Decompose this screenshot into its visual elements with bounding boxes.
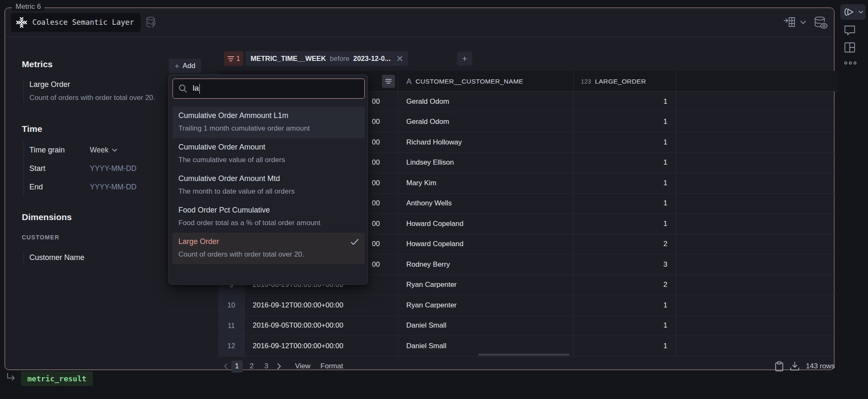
cell-large-order: 1: [573, 132, 667, 152]
metric-option[interactable]: Food Order Pct CumulativeFood order tota…: [173, 201, 365, 233]
metric-item-large-order[interactable]: Large Order Count of orders with order t…: [24, 80, 166, 102]
cell-customer-name: Gerald Odom: [406, 112, 449, 132]
cell-large-order: 2: [573, 234, 667, 255]
cell-metric-time: 00: [372, 194, 380, 214]
cell-customer-name: Anthony Wells: [406, 194, 452, 214]
cell-customer-name: Howard Copeland: [406, 234, 463, 255]
option-title: Cumulative Order Amount: [178, 143, 359, 152]
table-row[interactable]: 102016-09-12T00:00:00+00:00Ryan Carpente…: [218, 295, 838, 316]
prev-page-icon[interactable]: [223, 363, 228, 370]
cell-metric-time: 2016-09-12T00:00:00+00:00: [253, 336, 343, 356]
copy-icon[interactable]: [775, 361, 784, 372]
page-button-1[interactable]: 1: [231, 360, 243, 373]
option-description: Count of orders with order total over 20…: [178, 250, 359, 259]
dimension-item-customer-name[interactable]: Customer Name: [24, 251, 149, 265]
option-description: Trailing 1 month cumulative order amount: [178, 124, 359, 133]
metric-option[interactable]: Cumulative Order Ammount L1mTrailing 1 m…: [173, 107, 365, 138]
page-button-2[interactable]: 2: [246, 360, 257, 373]
column-name: LARGE_ORDER: [595, 78, 646, 85]
column-name: CUSTOMER__CUSTOMER_NAME: [416, 78, 523, 85]
check-icon: [350, 239, 359, 245]
cell-customer-name: Rodney Berry: [406, 255, 450, 275]
filter-chip[interactable]: METRIC_TIME__WEEK before 2023-12-0...: [246, 51, 408, 66]
metric-option[interactable]: Cumulative Order AmountThe cumulative va…: [173, 138, 365, 170]
column-header-large-order[interactable]: 123 LARGE_ORDER: [581, 71, 646, 92]
return-arrow-icon: [6, 372, 17, 383]
dimension-group-label: CUSTOMER: [22, 234, 59, 241]
cell-large-order: 1: [573, 316, 667, 336]
metric-option[interactable]: Cumulative Order Amount MtdThe month to …: [173, 170, 365, 201]
view-menu-button[interactable]: View: [295, 362, 311, 370]
time-grain-select[interactable]: Week: [90, 146, 108, 155]
metric-description: Count of orders with order total over 20…: [29, 94, 166, 102]
remove-filter-icon[interactable]: [397, 55, 403, 62]
filter-count-badge[interactable]: 1: [224, 51, 243, 66]
cell-metric-time: 00: [372, 92, 380, 112]
download-icon[interactable]: [790, 361, 800, 371]
cell-customer-name: Lindsey Ellison: [406, 153, 454, 173]
format-menu-button[interactable]: Format: [321, 362, 343, 370]
cell-customer-name: Gerald Odom: [406, 92, 449, 112]
search-input[interactable]: la: [193, 84, 200, 93]
more-options-icon[interactable]: [844, 61, 859, 65]
text-caret: [199, 84, 200, 94]
option-title: Cumulative Order Amount Mtd: [178, 174, 359, 183]
layout-panels-icon[interactable]: [844, 42, 855, 53]
row-number: 12: [218, 336, 244, 356]
cell-large-order: 1: [573, 173, 667, 193]
string-type-icon: A: [406, 77, 412, 86]
filter-icon: [227, 56, 234, 62]
comment-icon[interactable]: [844, 25, 855, 36]
time-section-title: Time: [22, 124, 42, 134]
run-options-chevron-icon: [858, 10, 863, 14]
add-filter-button[interactable]: +: [457, 52, 472, 66]
chevron-down-icon[interactable]: [800, 20, 806, 24]
filter-value: 2023-12-0...: [353, 55, 390, 63]
search-icon: [178, 84, 188, 93]
cell-customer-name: Howard Copeland: [406, 214, 463, 234]
cell-customer-name: Richard Holloway: [406, 132, 462, 152]
column-filter-icon[interactable]: [382, 75, 395, 88]
cell-metric-time: 00: [372, 214, 380, 234]
column-header-customer-name[interactable]: A CUSTOMER__CUSTOMER_NAME: [406, 71, 523, 92]
cell-customer-name: Ryan Carpenter: [406, 295, 457, 315]
cell-large-order: 1: [573, 336, 667, 356]
output-variable: metric_result: [27, 374, 86, 383]
page-list: 123: [231, 360, 275, 373]
metrics-section-title: Metrics: [22, 59, 53, 69]
row-number: 11: [218, 316, 244, 336]
next-page-icon[interactable]: [277, 363, 282, 370]
source-label: Coalesce Semantic Layer: [32, 18, 134, 26]
output-variable-pill[interactable]: metric_result: [21, 371, 93, 386]
view-output-table-icon[interactable]: [783, 17, 796, 28]
notebook-cell: Metric 6 Coalesce Semantic Layer: [5, 8, 834, 370]
filter-count: 1: [236, 55, 240, 63]
end-date-input[interactable]: YYYY-MM-DD: [90, 183, 136, 192]
dimensions-section-title: Dimensions: [22, 212, 72, 222]
option-description: The cumulative value of all orders: [178, 156, 359, 164]
add-label: Add: [183, 62, 195, 70]
metric-search-box[interactable]: la: [173, 79, 365, 99]
cell-large-order: 1: [573, 112, 667, 132]
cell-customer-name: Daniel Small: [406, 316, 446, 336]
table-row[interactable]: 112016-09-05T00:00:00+00:00Daniel Small1: [218, 316, 838, 336]
cell-large-order: 1: [573, 214, 667, 234]
preview-data-icon[interactable]: [814, 16, 828, 29]
option-description: The month to date value of all orders: [178, 187, 359, 196]
page-button-3[interactable]: 3: [261, 360, 272, 373]
cell-metric-time: 00: [372, 255, 380, 275]
metric-option[interactable]: Large OrderCount of orders with order to…: [173, 233, 365, 264]
cell-metric-time: 2016-09-12T00:00:00+00:00: [253, 295, 343, 315]
add-metric-button[interactable]: + Add: [169, 59, 201, 73]
number-type-icon: 123: [581, 78, 591, 85]
cell-large-order: 3: [573, 255, 667, 275]
run-cell-button[interactable]: [840, 4, 865, 20]
option-description: Food order total as a % of total order a…: [178, 219, 359, 227]
cell-customer-name: Daniel Small: [406, 336, 446, 356]
option-title: Cumulative Order Ammount L1m: [178, 111, 359, 120]
start-date-input[interactable]: YYYY-MM-DD: [90, 164, 136, 173]
horizontal-scrollbar[interactable]: [478, 354, 570, 356]
semantic-layer-source-button[interactable]: Coalesce Semantic Layer: [11, 13, 141, 32]
chevron-down-icon[interactable]: [112, 148, 118, 152]
database-lightning-icon[interactable]: [146, 16, 157, 29]
